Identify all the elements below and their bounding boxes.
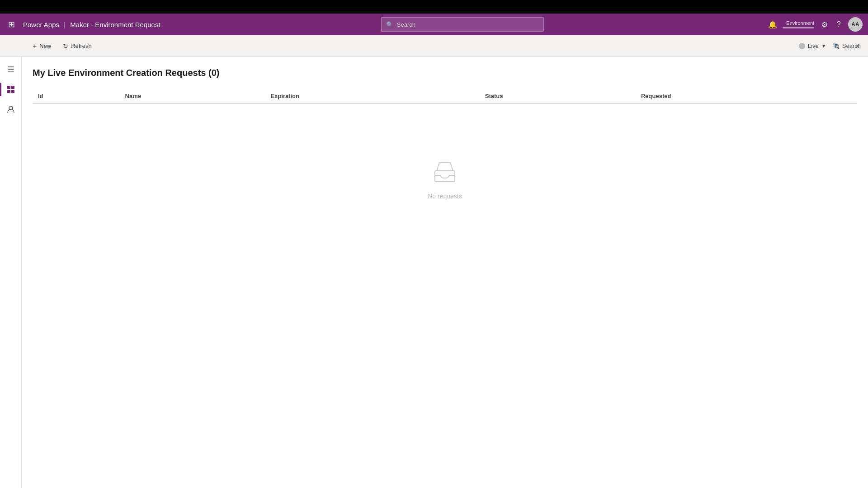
- top-bar: [0, 0, 868, 14]
- content-area: My Live Environment Creation Requests (0…: [22, 57, 868, 488]
- svg-rect-1: [11, 86, 14, 89]
- live-status-icon: [799, 43, 805, 49]
- sidebar: ☰: [0, 57, 22, 488]
- sidebar-env-icon[interactable]: [2, 80, 20, 99]
- notification-icon[interactable]: 🔔: [764, 18, 781, 32]
- nav-search-placeholder: Search: [397, 21, 415, 28]
- nav-bar: ⊞ Power Apps | Maker - Environment Reque…: [0, 14, 868, 35]
- page-title: My Live Environment Creation Requests (0…: [33, 68, 857, 78]
- close-button[interactable]: ✕: [847, 35, 868, 57]
- sidebar-menu-icon[interactable]: ☰: [2, 61, 20, 79]
- refresh-icon: ↻: [63, 42, 68, 50]
- waffle-menu-button[interactable]: ⊞: [5, 17, 18, 32]
- svg-rect-0: [7, 86, 10, 89]
- sidebar-second-icon[interactable]: [2, 100, 20, 118]
- empty-state-icon: [431, 158, 458, 187]
- nav-search-icon: 🔍: [386, 21, 393, 28]
- refresh-button-label: Refresh: [71, 42, 92, 49]
- settings-icon[interactable]: ⚙: [818, 18, 831, 32]
- plus-icon: +: [33, 42, 37, 50]
- requests-table: Id Name Expiration Status Requested: [33, 89, 857, 104]
- nav-title: Power Apps | Maker - Environment Request: [23, 21, 160, 28]
- sidebar-active-indicator: [0, 83, 1, 96]
- svg-rect-5: [435, 171, 455, 182]
- new-button[interactable]: + New: [27, 39, 57, 53]
- sub-title: Maker - Environment Request: [70, 21, 160, 28]
- col-name: Name: [120, 89, 265, 103]
- empty-state: No requests: [33, 104, 857, 254]
- nav-actions: 🔔 Environment ⚙ ? AA: [764, 17, 863, 32]
- sidebar-item-env-wrapper: [2, 80, 20, 99]
- window-controls: ⧉ ✕: [826, 35, 868, 57]
- empty-state-text: No requests: [428, 192, 462, 200]
- svg-rect-2: [7, 90, 10, 93]
- help-icon[interactable]: ?: [833, 18, 844, 31]
- env-label: Environment: [786, 20, 814, 26]
- live-badge: Live: [799, 42, 819, 49]
- svg-rect-3: [11, 90, 14, 93]
- live-label: Live: [808, 42, 819, 49]
- env-bar: [783, 27, 814, 28]
- col-requested: Requested: [636, 89, 857, 103]
- nav-search-container: 🔍 Search: [166, 17, 760, 32]
- col-id: Id: [33, 89, 120, 103]
- nav-separator: |: [64, 21, 66, 28]
- col-status: Status: [480, 89, 636, 103]
- restore-button[interactable]: ⧉: [826, 35, 847, 57]
- toolbar: + New ↻ Refresh Live ▾ 🔍 Search ⧉ ✕: [0, 35, 868, 57]
- main-layout: ☰ My Live Environment Creation Requests …: [0, 57, 868, 488]
- live-dropdown-chevron[interactable]: ▾: [822, 43, 825, 49]
- new-button-label: New: [39, 42, 51, 49]
- app-name: Power Apps: [23, 21, 59, 28]
- table-header-row: Id Name Expiration Status Requested: [33, 89, 857, 103]
- refresh-button[interactable]: ↻ Refresh: [57, 39, 98, 53]
- nav-search-bar[interactable]: 🔍 Search: [381, 17, 544, 32]
- avatar[interactable]: AA: [848, 17, 863, 32]
- col-expiration: Expiration: [265, 89, 479, 103]
- environment-section: Environment: [783, 20, 814, 28]
